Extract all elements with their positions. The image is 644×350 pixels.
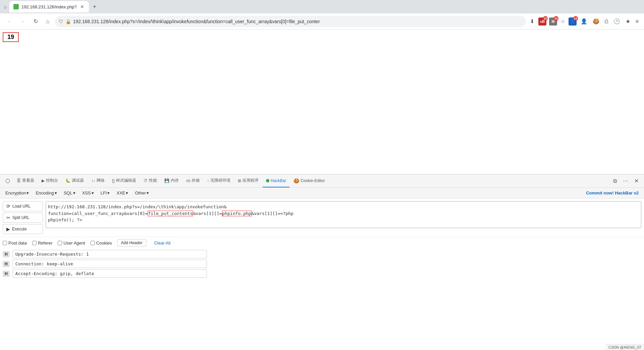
clear-all-label: Clear All xyxy=(154,240,170,246)
tab-accessibility[interactable]: ↑ 无障碍环境 xyxy=(204,174,234,187)
tab-cookie-editor[interactable]: 🍪 Cookie-Editor xyxy=(290,174,328,187)
style-icon: {} xyxy=(112,178,115,183)
ext-users-icon[interactable]: 👤 10 xyxy=(569,17,577,26)
load-url-btn[interactable]: ⟳ Load URL xyxy=(3,201,43,211)
tab-hackbar[interactable]: HackBar xyxy=(263,174,289,187)
browser-actions: ⬇ uB 10 M 10 ○ 👤 10 👤 🍪 ⎙ 🕐 ★ ≡ xyxy=(529,17,640,26)
devtools-detach-btn[interactable]: ⧉ xyxy=(610,177,620,185)
clear-all-btn[interactable]: Clear All xyxy=(152,239,173,247)
table-row: H xyxy=(3,250,641,258)
tab-debugger[interactable]: 🐛 调试器 xyxy=(62,174,87,187)
tab-memory[interactable]: 💾 内存 xyxy=(161,174,182,187)
encryption-label: Encryption xyxy=(5,190,26,195)
hackbar-version-label: HackBar v2 xyxy=(615,190,639,195)
devtools-close-btn[interactable]: ✕ xyxy=(632,176,641,185)
devtools-toolbar: ⬡ 🗄 查看器 ▶ 控制台 🐛 调试器 ↑↓ 网络 {} 样式编辑器 ⏱ 性能 … xyxy=(0,174,644,188)
download-btn[interactable]: ⬇ xyxy=(529,17,536,26)
encoding-chevron-icon: ▾ xyxy=(55,190,57,195)
post-data-checkbox[interactable] xyxy=(3,241,7,245)
tab-style-editor[interactable]: {} 样式编辑器 xyxy=(109,174,140,187)
execute-btn[interactable]: ▶ Execute xyxy=(3,224,43,234)
lfi-menu[interactable]: LFI ▾ xyxy=(98,189,113,197)
commit-now-btn[interactable]: Commit now! HackBar v2 xyxy=(583,189,641,197)
add-header-btn[interactable]: Add Header xyxy=(117,239,146,247)
tab-storage[interactable]: 🗃 存储 xyxy=(183,174,203,187)
other-label: Other xyxy=(135,190,146,195)
share-btn[interactable]: ⎙ xyxy=(603,17,609,26)
table-row: H xyxy=(3,260,641,268)
xxe-menu[interactable]: XXE ▾ xyxy=(114,189,131,197)
ext-multi-icon[interactable]: M 10 xyxy=(549,17,557,26)
xxe-label: XXE xyxy=(116,190,125,195)
ext-ublock-icon[interactable]: uB 10 xyxy=(538,17,546,26)
load-url-icon: ⟳ xyxy=(6,204,10,209)
devtools-inspect-btn[interactable]: ⬡ xyxy=(3,176,13,185)
back-btn[interactable]: ← xyxy=(4,17,15,26)
tab-performance[interactable]: ⏱ 性能 xyxy=(140,174,160,187)
active-tab[interactable]: 192.168.231.128/index.php? ✕ xyxy=(9,1,89,12)
tab-network[interactable]: ↑↓ 网络 xyxy=(88,174,108,187)
ext-badge-count3: 10 xyxy=(573,16,578,21)
tab-application[interactable]: ⊞ 应用程序 xyxy=(234,174,262,187)
referer-checkbox-label[interactable]: Referer xyxy=(32,240,52,246)
xxe-chevron-icon: ▾ xyxy=(126,190,128,195)
tab-title: 192.168.231.128/index.php? xyxy=(21,4,77,9)
referer-checkbox[interactable] xyxy=(32,241,37,245)
cookies-checkbox-label[interactable]: Cookies xyxy=(91,240,112,246)
memory-icon: 💾 xyxy=(164,178,169,183)
split-url-btn[interactable]: ✂ Split URL xyxy=(3,213,43,223)
star-btn[interactable]: ★ xyxy=(624,17,632,26)
xss-label: XSS xyxy=(82,190,91,195)
status-text: CSDN @AIENG_07 xyxy=(608,345,641,349)
menu-btn[interactable]: ≡ xyxy=(634,17,640,26)
url-display[interactable]: http://192.168.231.128/index.php?s=/inde… xyxy=(46,201,641,228)
other-menu[interactable]: Other ▾ xyxy=(132,189,152,197)
accessibility-icon: ↑ xyxy=(207,178,209,183)
xss-chevron-icon: ▾ xyxy=(92,190,94,195)
circle-btn[interactable]: ○ xyxy=(560,17,566,26)
encryption-menu[interactable]: Encryption ▾ xyxy=(3,189,32,197)
address-bar: ← → ↻ ⌂ 🛡 🔒 ⬇ uB 10 M 10 ○ 👤 10 👤 🍪 xyxy=(0,13,644,30)
user-btn[interactable]: 👤 xyxy=(579,17,589,26)
cookies-label: Cookies xyxy=(96,240,112,246)
user-agent-checkbox[interactable] xyxy=(58,241,62,245)
new-tab-btn[interactable]: + xyxy=(90,2,99,12)
hackbar-main-panel: ⟳ Load URL ✂ Split URL ▶ Execute http://… xyxy=(0,199,644,237)
devtools-more-btn[interactable]: ⋯ xyxy=(620,176,631,185)
user-agent-label: User Agent xyxy=(63,240,85,246)
forward-btn[interactable]: → xyxy=(17,17,28,26)
header-value-3[interactable] xyxy=(12,269,207,278)
encoding-menu[interactable]: Encoding ▾ xyxy=(33,189,59,197)
header-value-1[interactable] xyxy=(12,250,207,258)
split-url-label: Split URL xyxy=(12,215,30,220)
hackbar-options-row: Post data Referer User Agent Cookies Add… xyxy=(0,237,644,249)
user-agent-checkbox-label[interactable]: User Agent xyxy=(58,240,85,246)
post-data-checkbox-label[interactable]: Post data xyxy=(3,240,27,246)
url-highlight-phpinfo: phpinfo.php xyxy=(222,211,252,216)
header-value-2[interactable] xyxy=(12,260,207,268)
sql-menu[interactable]: SQL ▾ xyxy=(61,189,78,197)
reload-btn[interactable]: ↻ xyxy=(31,17,41,26)
cookie-ext-btn[interactable]: 🍪 xyxy=(591,17,601,26)
tab-history-btn[interactable]: ⌕ xyxy=(3,3,8,11)
tab-favicon xyxy=(13,4,19,9)
xss-menu[interactable]: XSS ▾ xyxy=(79,189,97,197)
header-h-badge-3: H xyxy=(3,271,10,277)
other-chevron-icon: ▾ xyxy=(147,190,149,195)
url-input[interactable] xyxy=(73,19,522,24)
cookies-checkbox[interactable] xyxy=(91,241,95,245)
tab-console[interactable]: ▶ 控制台 xyxy=(38,174,61,187)
shield-icon: 🛡 xyxy=(59,19,63,24)
viewer-icon: 🗄 xyxy=(17,178,21,183)
hackbar-dot-icon xyxy=(266,179,269,182)
home-btn[interactable]: ⌂ xyxy=(43,17,52,26)
page-content: 19 xyxy=(0,30,644,174)
tab-viewer[interactable]: 🗄 查看器 xyxy=(13,174,38,187)
tab-close-btn[interactable]: ✕ xyxy=(79,3,85,10)
storage-icon: 🗃 xyxy=(186,178,190,183)
console-icon: ▶ xyxy=(42,178,45,183)
hackbar-content: Encryption ▾ Encoding ▾ SQL ▾ XSS ▾ LFI … xyxy=(0,188,644,350)
history-ext-btn[interactable]: 🕐 xyxy=(612,17,622,26)
encryption-chevron-icon: ▾ xyxy=(26,190,29,195)
table-row: H xyxy=(3,269,641,278)
